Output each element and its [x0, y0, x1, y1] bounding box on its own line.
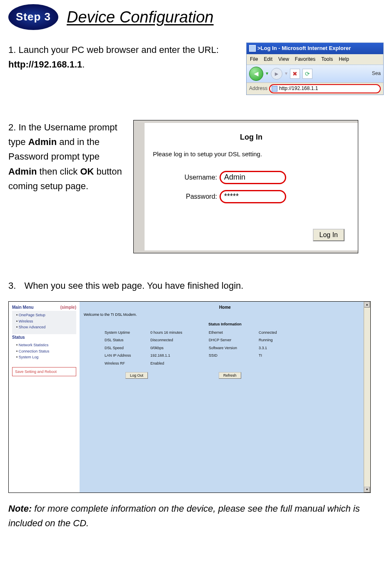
note-text: for more complete information on the dev…	[8, 503, 360, 528]
ie-address-bar: Address http://192.168.1.1	[247, 82, 383, 95]
refresh-button[interactable]: ⟳	[302, 69, 312, 79]
page-title: Device Configuration	[67, 5, 214, 30]
page-icon	[272, 86, 277, 92]
bold: Admin	[8, 166, 37, 177]
ie-toolbar: ◄ ▾ ► ▾ ✖ ⟳ Sea	[247, 65, 383, 82]
back-button[interactable]: ◄	[249, 67, 263, 81]
heading-row: Step 3 Device Configuration	[8, 4, 384, 30]
cell	[259, 360, 300, 366]
note-label: Note:	[8, 503, 32, 514]
menu-edit[interactable]: Edit	[264, 55, 272, 63]
cell: Running	[259, 337, 300, 343]
text: then click	[37, 166, 80, 177]
step-1: 1. Launch your PC web browser and enter …	[8, 42, 384, 95]
bold: Admin	[28, 137, 57, 147]
refresh-button[interactable]: Refresh	[219, 372, 241, 379]
cell	[209, 360, 259, 366]
username-input[interactable]: Admin	[220, 171, 286, 184]
menu-item[interactable]: System Log	[16, 354, 76, 360]
sidebar: Main Menu (simple) OnePage Setup Wireles…	[9, 302, 80, 492]
fwd-chevron-icon: ▾	[285, 70, 287, 78]
note: Note: for more complete information on t…	[8, 501, 384, 530]
cell: 3.3.1	[259, 345, 300, 351]
cell: Software Version	[209, 345, 259, 351]
cell: 0 hours 16 minutes	[150, 330, 209, 335]
forward-button[interactable]: ►	[271, 68, 282, 80]
cell: DSL Status	[105, 337, 150, 343]
cell: Enabled	[150, 360, 209, 366]
status-heading: Status	[12, 334, 76, 341]
homepage-window: Main Menu (simple) OnePage Setup Wireles…	[8, 301, 371, 493]
password-label: Password:	[153, 191, 220, 202]
menu-item[interactable]: Network Statistics	[16, 342, 76, 348]
status-list: Network Statistics Connection Status Sys…	[12, 341, 76, 364]
menu-tools[interactable]: Tools	[321, 55, 333, 63]
step-badge: Step 3	[8, 4, 58, 30]
scrollbar[interactable]: ▴ ▾	[364, 302, 370, 492]
url-bold: http://192.168.1.1	[8, 59, 82, 70]
ie-title-text: >Log In - Microsoft Internet Explorer	[257, 44, 351, 53]
list-number: 1.	[8, 45, 16, 55]
step-3-text: 3. When you see this web page. You have …	[8, 278, 384, 293]
cell: Disconnected	[150, 337, 209, 343]
step-2-text: 2. In the Username prompt type Admin and…	[8, 120, 125, 193]
ie-page-icon	[249, 45, 256, 52]
main-menu-list: OnePage Setup Wireless Show Advanced	[12, 311, 76, 334]
password-row: Password: *****	[153, 190, 350, 203]
text: Launch your PC web browser and enter the…	[18, 45, 219, 55]
logout-button[interactable]: Log Out	[125, 372, 148, 379]
password-input[interactable]: *****	[220, 190, 286, 203]
search-label[interactable]: Sea	[372, 70, 381, 78]
list-number: 2.	[8, 122, 16, 132]
menu-favorites[interactable]: Favorites	[295, 55, 315, 63]
home-title: Home	[84, 304, 366, 311]
cell: Ethernet	[209, 330, 259, 335]
username-label: Username:	[153, 172, 220, 183]
cell: Wireless RF	[105, 360, 150, 366]
menu-view[interactable]: View	[278, 55, 289, 63]
text: When you see this web page. You have fin…	[24, 280, 243, 291]
menu-item[interactable]: OnePage Setup	[16, 312, 76, 318]
cell: TI	[259, 352, 300, 358]
menu-item[interactable]: Wireless	[16, 318, 76, 324]
cell: System Uptime	[105, 330, 150, 335]
step-3: 3. When you see this web page. You have …	[8, 278, 384, 493]
address-field[interactable]: http://192.168.1.1	[269, 84, 381, 93]
login-panel: Log In Please log in to setup your DSL s…	[145, 123, 358, 250]
login-title: Log In	[153, 131, 350, 143]
scroll-down-icon[interactable]: ▾	[364, 487, 370, 492]
ie-titlebar: >Log In - Microsoft Internet Explorer	[247, 43, 383, 54]
address-label: Address	[249, 85, 267, 92]
main-menu-label: Main Menu	[12, 304, 34, 311]
bold: OK	[80, 166, 94, 177]
menu-item[interactable]: Show Advanced	[16, 324, 76, 330]
menu-item[interactable]: Connection Status	[16, 348, 76, 354]
scroll-up-icon[interactable]: ▴	[364, 302, 370, 308]
status-grid: System Uptime0 hours 16 minutesEthernetC…	[105, 330, 366, 366]
cell: 0/0kbps	[150, 345, 209, 351]
status-info-title: Status Information	[84, 321, 366, 327]
cell: 192.168.1.1	[150, 352, 209, 358]
step-1-text: 1. Launch your PC web browser and enter …	[8, 42, 234, 72]
login-button[interactable]: Log In	[313, 229, 345, 241]
step-2: 2. In the Username prompt type Admin and…	[8, 120, 384, 253]
cell: DHCP Server	[209, 337, 259, 343]
back-chevron-icon[interactable]: ▾	[266, 70, 268, 78]
button-row: Log Out Refresh	[125, 372, 366, 379]
text: .	[82, 59, 85, 70]
address-value: http://192.168.1.1	[279, 85, 318, 92]
menu-file[interactable]: File	[250, 55, 258, 63]
menu-help[interactable]: Help	[339, 55, 349, 63]
login-window: Log In Please log in to setup your DSL s…	[133, 120, 358, 253]
stop-button[interactable]: ✖	[290, 69, 300, 79]
simple-label[interactable]: (simple)	[60, 304, 76, 311]
cell: DSL Speed	[105, 345, 150, 351]
save-reboot-button[interactable]: Save Setting and Reboot	[12, 367, 76, 376]
sidebar-heading: Main Menu (simple)	[12, 304, 76, 311]
cell: SSID	[209, 352, 259, 358]
list-number: 3.	[8, 280, 16, 291]
username-row: Username: Admin	[153, 171, 350, 184]
welcome-text: Welcome to the TI DSL Modem.	[84, 312, 366, 318]
ie-window: >Log In - Microsoft Internet Explorer Fi…	[246, 42, 384, 95]
main-content: Home Welcome to the TI DSL Modem. Status…	[80, 302, 370, 492]
